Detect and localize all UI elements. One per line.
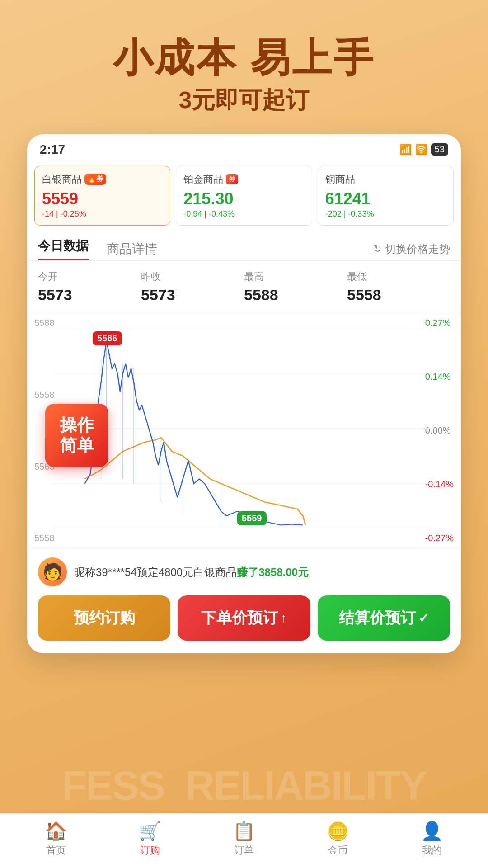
tab-today-data[interactable]: 今日数据 <box>38 237 89 260</box>
label-open: 今开 <box>38 270 141 283</box>
arrow-up-icon: ↑ <box>281 611 287 625</box>
chart-tooltip-5559: 5559 <box>237 511 267 525</box>
tab-name-silver: 白银商品 🔥券 <box>42 173 163 186</box>
nav-order[interactable]: 🛒 订购 <box>132 822 168 857</box>
signal-icon: 📶 <box>399 144 412 156</box>
hero-title: 小成本 易上手 <box>0 36 488 80</box>
tab-change-platinum: -0.94 | -0.43% <box>183 209 304 219</box>
nav-coins[interactable]: 🪙 金币 <box>320 822 356 857</box>
op-line1: 操作 <box>60 415 94 436</box>
commodity-tab-silver[interactable]: 白银商品 🔥券 5559 -14 | -0.25% <box>34 166 170 226</box>
nav-home[interactable]: 🏠 首页 <box>38 822 74 857</box>
coupon-badge-platinum: 券 <box>226 174 238 184</box>
tab-change-copper: -202 | -0.33% <box>325 209 446 219</box>
notif-main: 昵称39****54预定4800元白银商品 <box>74 566 237 578</box>
tab-change-silver: -14 | -0.25% <box>42 209 163 219</box>
nav-home-label: 首页 <box>46 844 66 857</box>
label-low: 最低 <box>347 270 450 283</box>
switch-trend-btn[interactable]: ↻ 切换价格走势 <box>373 242 450 256</box>
wifi-icon: 🛜 <box>415 144 427 156</box>
y-label-low: 5558 <box>34 533 55 543</box>
tab-price-platinum: 215.30 <box>183 190 304 208</box>
chart-svg-container: 5586 5559 <box>52 318 434 539</box>
action-buttons: 预约订购 下单价预订 ↑ 结算价预订 ✓ <box>27 595 461 653</box>
tab-name-copper: 铜商品 <box>325 173 446 186</box>
tab-price-copper: 61241 <box>325 190 446 208</box>
notif-highlight: 赚了3858.00元 <box>237 566 309 578</box>
settlement-order-button[interactable]: 结算价预订 ✓ <box>318 595 450 641</box>
hero-subtitle: 3元即可起订 <box>0 85 488 116</box>
notif-avatar: 🧑 <box>38 557 67 586</box>
label-prev: 昨收 <box>141 270 244 283</box>
phone-card: 2:17 📶 🛜 53 白银商品 🔥券 5559 -14 | -0.25% 铂金… <box>27 134 461 654</box>
hero-section: 小成本 易上手 3元即可起订 <box>0 0 488 116</box>
notification-bar: 🧑 昵称39****54预定4800元白银商品赚了3858.00元 <box>27 548 461 595</box>
commodity-tabs: 白银商品 🔥券 5559 -14 | -0.25% 铂金商品 券 215.30 … <box>27 161 461 231</box>
switch-icon: ↻ <box>373 243 381 255</box>
data-prev-close: 昨收 5573 <box>141 270 244 304</box>
cart-icon: 🛒 <box>139 822 161 840</box>
nav-profile[interactable]: 👤 我的 <box>414 822 450 857</box>
profile-icon: 👤 <box>421 822 443 840</box>
nav-coins-label: 金币 <box>328 844 348 857</box>
list-icon: 📋 <box>233 822 255 840</box>
data-low: 最低 5558 <box>347 270 450 304</box>
op-line2: 简单 <box>60 435 94 456</box>
nav-order-label: 订购 <box>140 844 160 857</box>
home-icon: 🏠 <box>45 822 67 840</box>
place-order-label: 下单价预订 <box>201 608 278 628</box>
switch-label: 切换价格走势 <box>385 242 450 256</box>
tab-name-platinum: 铂金商品 券 <box>183 173 304 186</box>
coin-icon: 🪙 <box>327 822 349 840</box>
label-high: 最高 <box>244 270 347 283</box>
status-bar: 2:17 📶 🛜 53 <box>27 134 461 161</box>
today-data: 今开 5573 昨收 5573 最高 5588 最低 5558 <box>27 261 461 313</box>
notif-text: 昵称39****54预定4800元白银商品赚了3858.00元 <box>74 565 450 580</box>
commodity-tab-platinum[interactable]: 铂金商品 券 215.30 -0.94 | -0.43% <box>176 166 312 226</box>
place-order-button[interactable]: 下单价预订 ↑ <box>178 595 310 641</box>
y-label-mid: 5558 <box>34 390 55 400</box>
data-tabs-row: 今日数据 商品详情 ↻ 切换价格走势 <box>27 230 461 261</box>
chart-tooltip-5586: 5586 <box>93 331 122 345</box>
battery-indicator: 53 <box>431 143 448 156</box>
status-icons: 📶 🛜 53 <box>399 143 448 156</box>
data-open: 今开 5573 <box>38 270 141 304</box>
chart-area: 5588 5558 5565 5558 0.27% 0.14% 0.00% -0… <box>27 313 461 548</box>
nav-orders-label: 订单 <box>234 844 254 857</box>
bottom-nav: 🏠 首页 🛒 订购 📋 订单 🪙 金币 👤 我的 <box>0 813 488 868</box>
operation-badge: 操作 简单 <box>45 404 108 467</box>
hot-badge: 🔥券 <box>84 174 106 185</box>
value-low: 5558 <box>347 286 450 304</box>
value-high: 5588 <box>244 286 347 304</box>
commodity-tab-copper[interactable]: 铜商品 61241 -202 | -0.33% <box>318 166 454 226</box>
tab-price-silver: 5559 <box>42 190 163 208</box>
checkmark-icon: ✓ <box>418 611 429 626</box>
value-open: 5573 <box>38 286 141 304</box>
tab-commodity-detail[interactable]: 商品详情 <box>107 241 157 258</box>
status-time: 2:17 <box>40 142 65 157</box>
y-label-top: 5588 <box>34 318 55 328</box>
bg-decorative-text: FESS RELIABILITY <box>0 763 488 809</box>
reserve-order-button[interactable]: 预约订购 <box>38 595 170 641</box>
data-high: 最高 5588 <box>244 270 347 304</box>
nav-orders[interactable]: 📋 订单 <box>226 822 262 857</box>
nav-profile-label: 我的 <box>422 844 442 857</box>
settlement-label: 结算价预订 <box>339 608 416 628</box>
value-prev: 5573 <box>141 286 244 304</box>
